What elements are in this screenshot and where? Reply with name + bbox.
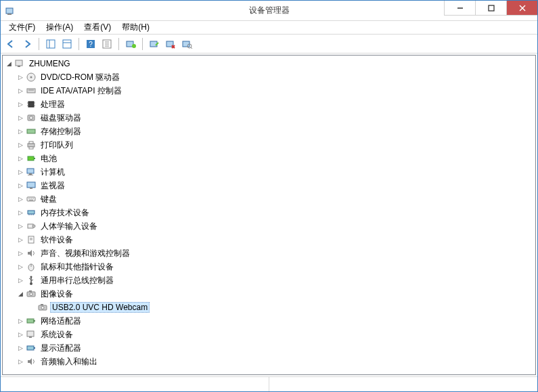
tree-node-software[interactable]: 软件设备 bbox=[14, 233, 535, 246]
chevron-right-icon[interactable] bbox=[16, 235, 25, 244]
enable-button[interactable] bbox=[147, 37, 162, 51]
chevron-right-icon[interactable] bbox=[16, 194, 25, 204]
tree-node-computer[interactable]: 计算机 bbox=[14, 165, 535, 179]
update-driver-button[interactable] bbox=[123, 37, 138, 51]
tree-node-monitor[interactable]: 监视器 bbox=[14, 179, 535, 192]
tree-node-ide[interactable]: IDE ATA/ATAPI 控制器 bbox=[14, 84, 535, 97]
chevron-right-icon[interactable] bbox=[16, 316, 25, 326]
menu-help[interactable]: 帮助(H) bbox=[116, 20, 155, 35]
toolbar: ? bbox=[1, 35, 537, 53]
chevron-right-icon[interactable] bbox=[16, 72, 25, 82]
tree-label: DVD/CD-ROM 驱动器 bbox=[39, 71, 122, 84]
tree-label: 通用串行总线控制器 bbox=[39, 274, 116, 287]
tree-node-memory[interactable]: 内存技术设备 bbox=[14, 206, 535, 219]
tree-node-hid[interactable]: 人体学输入设备 bbox=[14, 219, 535, 233]
svg-rect-49 bbox=[27, 197, 35, 201]
svg-rect-80 bbox=[27, 346, 34, 350]
app-icon bbox=[5, 5, 16, 16]
tree-label: 处理器 bbox=[39, 98, 67, 111]
svg-rect-3 bbox=[489, 5, 494, 11]
help-button[interactable]: ? bbox=[83, 37, 98, 51]
tree-node-webcam[interactable]: USB2.0 UVC HD Webcam bbox=[26, 301, 535, 314]
menu-view[interactable]: 查看(V) bbox=[79, 20, 116, 35]
dvd-icon bbox=[26, 72, 37, 83]
printer-icon bbox=[26, 139, 37, 150]
scan-hardware-button[interactable] bbox=[179, 37, 194, 51]
chevron-right-icon[interactable] bbox=[16, 154, 25, 163]
tree-node-battery[interactable]: 电池 bbox=[14, 152, 535, 165]
chevron-right-icon[interactable] bbox=[16, 208, 25, 217]
chevron-right-icon[interactable] bbox=[16, 248, 25, 258]
tree-label: 鼠标和其他指针设备 bbox=[39, 261, 116, 274]
menu-action[interactable]: 操作(A) bbox=[41, 20, 79, 35]
chevron-right-icon[interactable] bbox=[16, 127, 25, 136]
svg-rect-0 bbox=[6, 8, 13, 14]
mouse-icon bbox=[26, 261, 37, 272]
menu-file[interactable]: 文件(F) bbox=[3, 20, 41, 35]
usb-icon bbox=[26, 275, 37, 286]
tree-node-display[interactable]: 显示适配器 bbox=[14, 341, 535, 355]
chevron-right-icon[interactable] bbox=[16, 262, 25, 271]
show-hide-tree-button[interactable] bbox=[43, 37, 58, 51]
back-button[interactable] bbox=[3, 37, 18, 51]
maximize-button[interactable] bbox=[475, 1, 506, 16]
tree-node-network[interactable]: 网络适配器 bbox=[14, 314, 535, 328]
computer-root-icon bbox=[14, 58, 25, 69]
storage-icon bbox=[26, 126, 37, 137]
minimize-button[interactable] bbox=[444, 1, 475, 16]
close-button[interactable] bbox=[506, 1, 537, 16]
chevron-right-icon[interactable] bbox=[16, 343, 25, 353]
tree-label: 音频输入和输出 bbox=[39, 355, 99, 368]
chevron-right-icon[interactable] bbox=[16, 113, 25, 123]
tree-node-audioio[interactable]: 音频输入和输出 bbox=[14, 355, 535, 368]
tree-label: 监视器 bbox=[39, 179, 67, 192]
chevron-down-icon[interactable] bbox=[16, 289, 25, 299]
tree-root-label: ZHUMENG bbox=[27, 58, 72, 69]
tree-label: 图像设备 bbox=[39, 288, 75, 301]
speaker-icon bbox=[26, 248, 37, 259]
chevron-right-icon[interactable] bbox=[16, 181, 25, 190]
svg-point-66 bbox=[30, 276, 32, 278]
tree-node-disk[interactable]: 磁盘驱动器 bbox=[14, 111, 535, 125]
svg-rect-39 bbox=[28, 144, 35, 147]
network-icon bbox=[26, 315, 37, 326]
tree-node-keyboard[interactable]: 键盘 bbox=[14, 192, 535, 206]
svg-rect-72 bbox=[29, 290, 32, 292]
tree-root[interactable]: ZHUMENG bbox=[3, 57, 535, 70]
svg-rect-79 bbox=[29, 336, 32, 338]
chevron-right-icon[interactable] bbox=[16, 357, 25, 366]
tree-node-storage[interactable]: 存储控制器 bbox=[14, 125, 535, 138]
view-button[interactable] bbox=[99, 37, 114, 51]
properties-button[interactable] bbox=[60, 37, 74, 51]
tree-label: 键盘 bbox=[39, 193, 59, 206]
tree-node-imaging[interactable]: 图像设备 bbox=[14, 287, 535, 301]
svg-rect-77 bbox=[33, 320, 35, 322]
uninstall-button[interactable] bbox=[163, 37, 178, 51]
tree-node-cpu[interactable]: 处理器 bbox=[14, 97, 535, 111]
forward-button[interactable] bbox=[20, 37, 35, 51]
svg-rect-53 bbox=[29, 200, 33, 200]
svg-point-51 bbox=[30, 198, 31, 198]
system-icon bbox=[26, 329, 37, 340]
chevron-right-icon[interactable] bbox=[16, 140, 25, 150]
device-tree[interactable]: ZHUMENG DVD/CD-ROM 驱动器 IDE ATA/ATAPI 控制器… bbox=[2, 55, 536, 375]
tree-node-mouse[interactable]: 鼠标和其他指针设备 bbox=[14, 260, 535, 274]
tree-node-usb[interactable]: 通用串行总线控制器 bbox=[14, 274, 535, 287]
chevron-right-icon[interactable] bbox=[16, 100, 25, 109]
tree-node-audio[interactable]: 声音、视频和游戏控制器 bbox=[14, 246, 535, 260]
tree-node-dvd[interactable]: DVD/CD-ROM 驱动器 bbox=[14, 70, 535, 84]
chevron-down-icon[interactable] bbox=[4, 59, 14, 68]
tree-node-system[interactable]: 系统设备 bbox=[14, 328, 535, 341]
chevron-right-icon[interactable] bbox=[16, 221, 25, 231]
status-cell bbox=[1, 377, 269, 391]
svg-rect-18 bbox=[150, 41, 157, 47]
svg-point-50 bbox=[28, 198, 29, 198]
svg-rect-1 bbox=[7, 14, 12, 15]
tree-node-print[interactable]: 打印队列 bbox=[14, 138, 535, 152]
chevron-right-icon[interactable] bbox=[16, 330, 25, 339]
chevron-right-icon[interactable] bbox=[16, 276, 25, 285]
chevron-right-icon[interactable] bbox=[16, 86, 25, 95]
tree-label: 系统设备 bbox=[39, 328, 75, 341]
chevron-right-icon[interactable] bbox=[16, 167, 25, 177]
toolbar-separator bbox=[79, 38, 79, 50]
